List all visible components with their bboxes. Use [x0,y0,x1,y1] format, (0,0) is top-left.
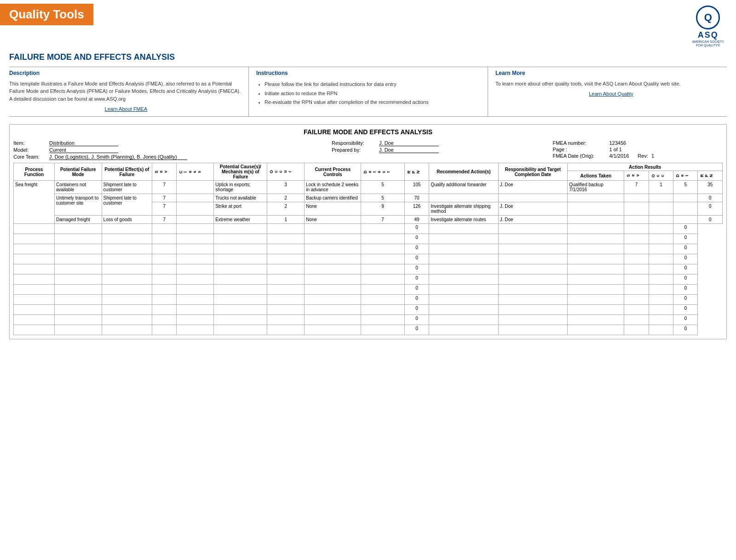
page-row: Page : 1 of 1 [552,147,723,152]
prepared-by-label: Prepared by: [332,147,378,153]
col-responsibility: Responsibility and Target Completion Dat… [498,163,568,181]
table-row: 00 [14,274,723,285]
prepared-by-value: J. Doe [379,147,439,153]
core-team-value: J. Doe (Logistics), J. Smith (Planning),… [49,154,187,160]
fmea-date-value: 4/1/2016 [609,153,629,159]
core-team-label: Core Team: [13,154,48,160]
fmea-container: FAILURE MODE AND EFFECTS ANALYSIS Item: … [9,124,727,339]
responsibility-label: Responsibility: [332,140,378,146]
instructions-header: Instructions [256,70,488,76]
fmea-number-label: FMEA number: [552,140,608,146]
fmea-title: FAILURE MODE AND EFFECTS ANALYSIS [13,128,723,136]
model-row: Model: Current [13,147,322,153]
model-value: Current [49,147,118,153]
fmea-table: Process Function Potential Failure Mode … [13,163,723,335]
page-title: FAILURE MODE AND EFFECTS ANALYSIS [9,52,727,62]
item-row: Item: Distribution [13,140,322,146]
table-row: 00 [14,295,723,305]
col-recommended: Recommended Action(s) [429,163,499,181]
table-row: 00 [14,244,723,254]
prepared-by-row: Prepared by: J. Doe [332,147,548,153]
table-row: 00 [14,285,723,295]
instructions-list: Please follow the link for detailed inst… [256,80,488,107]
description-col: Description This template illustrates a … [9,67,248,117]
learn-more-text: To learn more about other quality tools,… [495,80,727,88]
asq-logo: Q ASQ AMERICAN SOCIETYFOR QUALITY® [692,6,724,48]
col-det2: Det [673,171,698,181]
col-causes: Potential Cause(s)/ Mechanis m(s) of Fai… [214,163,267,181]
asq-subtitle: AMERICAN SOCIETYFOR QUALITY® [692,40,724,48]
instructions-col: Instructions Please follow the link for … [248,67,488,117]
table-row: 00 [14,315,723,325]
table-row: 00 [14,254,723,264]
fmea-meta-center: Responsibility: J. Doe Prepared by: J. D… [322,140,548,160]
description-header: Description [9,70,243,76]
page-value: 1 of 1 [609,147,622,152]
col-det: Detect [361,163,404,181]
learn-about-fmea-link[interactable]: Learn About FMEA [9,106,243,112]
table-row: 00 [14,325,723,335]
col-sev2: Sev [624,171,649,181]
fmea-meta-right: FMEA number: 123456 Page : 1 of 1 FMEA D… [548,140,723,160]
table-row: Untimely transport to customer siteShipm… [14,194,723,202]
fmea-number-value: 123456 [609,140,626,146]
fmea-meta: Item: Distribution Model: Current Core T… [13,140,723,160]
col-actions-taken: Actions Taken [568,171,624,181]
quality-tools-banner: Quality Tools [0,4,93,25]
instruction-item-2: Initiate action to reduce the RPN [264,89,488,98]
table-row: 00 [14,234,723,244]
info-section: Description This template illustrates a … [9,67,727,117]
col-action-results: Action Results [568,163,723,171]
fmea-number-row: FMEA number: 123456 [552,140,723,146]
learn-about-quality-link[interactable]: Learn About Quality [495,91,727,97]
banner-section: Quality Tools [0,4,93,25]
table-row: 00 [14,305,723,315]
asq-name: ASQ [698,30,719,40]
asq-circle-icon: Q [696,6,720,29]
responsibility-row: Responsibility: J. Doe [332,140,548,146]
col-occ: Occur [267,163,305,181]
rev-value: 1 [651,153,654,159]
table-row: 00 [14,224,723,234]
description-text: This template illustrates a Failure Mode… [9,80,243,103]
item-label: Item: [13,140,48,146]
item-value: Distribution [49,140,118,146]
core-team-row: Core Team: J. Doe (Logistics), J. Smith … [13,154,322,160]
table-row: Damaged freightLoss of goods7Extreme wea… [14,216,723,224]
learn-more-header: Learn More [495,70,727,76]
fmea-tbody: Sea freightContainers not availableShipm… [14,181,723,335]
fmea-date-row: FMEA Date (Orig): 4/1/2016 Rev: 1 [552,153,723,159]
model-label: Model: [13,147,48,153]
main-content: FAILURE MODE AND EFFECTS ANALYSIS Descri… [0,48,736,344]
col-controls: Current Process Controls [305,163,361,181]
table-row: 00 [14,264,723,274]
page-header: Quality Tools Q ASQ AMERICAN SOCIETYFOR … [0,0,736,48]
col-sev: Sev [152,163,177,181]
instruction-item-3: Re-evaluate the RPN value after completi… [264,98,488,107]
col-rpn: RPN [404,163,429,181]
col-effects: Potential Effect(s) of Failure [102,163,152,181]
learn-more-col: Learn More To learn more about other qua… [488,67,727,117]
rev-label: Rev: [638,153,648,159]
col-failure-mode: Potential Failure Mode [54,163,102,181]
responsibility-value: J. Doe [379,140,439,146]
table-row: Sea freightContainers not availableShipm… [14,181,723,194]
fmea-meta-left: Item: Distribution Model: Current Core T… [13,140,322,160]
page-label: Page : [552,147,608,152]
col-cls: Class [177,163,214,181]
col-process-function: Process Function [14,163,55,181]
fmea-date-label: FMEA Date (Orig): [552,153,608,159]
col-rpn2: RPN [698,171,723,181]
instruction-item-1: Please follow the link for detailed inst… [264,80,488,89]
col-occ2: Occ [649,171,673,181]
